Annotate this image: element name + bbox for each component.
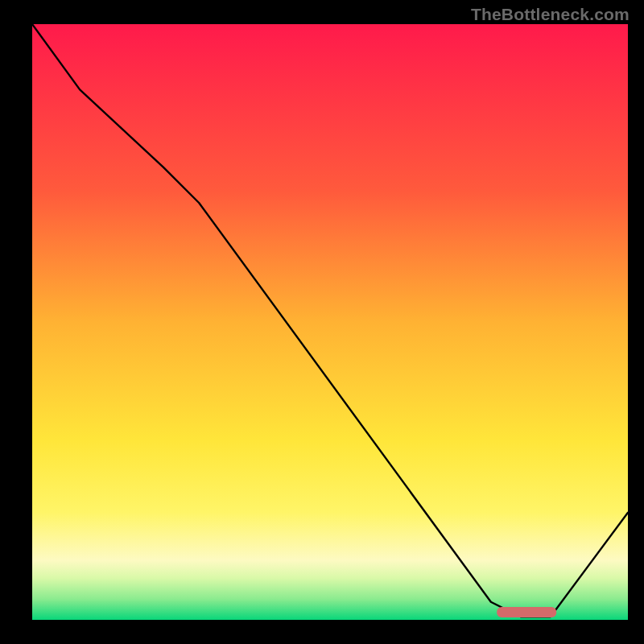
watermark-text: TheBottleneck.com — [471, 5, 630, 24]
chart-frame: TheBottleneck.com — [0, 0, 644, 644]
gradient-background — [32, 24, 628, 620]
target-range-marker — [497, 607, 556, 617]
plot-area — [32, 24, 628, 620]
bottleneck-chart — [32, 24, 628, 620]
